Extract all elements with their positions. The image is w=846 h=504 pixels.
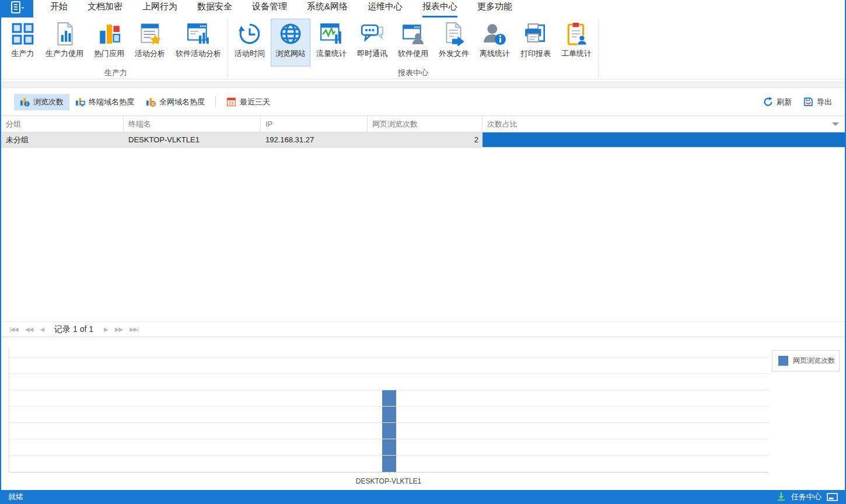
ribbon-button-outgoing-files[interactable]: 外发文件 xyxy=(434,19,474,66)
menu-tab-label: 运维中心 xyxy=(368,0,403,18)
browse-website-icon xyxy=(278,22,303,46)
date-filter-button[interactable]: 23 最近三天 xyxy=(221,94,276,110)
menu-tab-label: 上网行为 xyxy=(142,0,177,18)
ribbon-button-browse-website[interactable]: 浏览网站 xyxy=(271,19,310,66)
ribbon-button-software-activity-analysis[interactable]: 软件活动分析 xyxy=(171,19,226,66)
ribbon-button-work-order-stats[interactable]: 工单统计 xyxy=(557,19,596,66)
ribbon-button-label: 热门应用 xyxy=(94,48,124,59)
record-count-text: 记录 1 of 1 xyxy=(54,324,93,335)
activity-analysis-icon xyxy=(138,22,162,46)
menu-tab-label: 报表中心 xyxy=(422,0,457,18)
menu-tab-doc-encryption[interactable]: 文档加密 xyxy=(78,0,132,18)
date-filter-label: 最近三天 xyxy=(240,97,270,107)
ribbon-button-label: 生产力使用 xyxy=(46,48,83,59)
svg-text:23: 23 xyxy=(229,100,233,106)
app-menu-button[interactable] xyxy=(1,0,33,18)
traffic-stats-icon xyxy=(319,22,344,46)
refresh-label: 刷新 xyxy=(777,97,792,107)
taskbar-window-icon[interactable] xyxy=(827,493,838,501)
ribbon-button-offline-stats[interactable]: 离线统计 xyxy=(475,19,515,66)
stat-bars-globe-icon xyxy=(146,97,156,107)
ribbon-button-instant-messaging[interactable]: 即时通讯 xyxy=(352,19,392,66)
export-button[interactable]: 导出 xyxy=(798,94,838,110)
column-chooser-dropdown-icon[interactable] xyxy=(832,123,839,126)
record-navigator: |◀◀ ◀◀ ◀ 记录 1 of 1 ▶ ▶▶ ▶▶| xyxy=(1,321,845,337)
productivity-usage-icon xyxy=(53,22,77,46)
ribbon-button-traffic-stats[interactable]: 流量统计 xyxy=(312,19,351,66)
chart-gridline xyxy=(9,406,768,407)
menu-tab-device-mgmt[interactable]: 设备管理 xyxy=(242,0,297,18)
column-header-group[interactable]: 分组 xyxy=(1,116,124,132)
table-header: 分组 终端名 IP 网页浏览次数 次数占比 xyxy=(1,116,845,132)
ribbon-button-label: 离线统计 xyxy=(480,48,510,59)
ribbon-button-label: 软件活动分析 xyxy=(176,48,221,59)
cell-terminal: DESKTOP-VLKTLE1 xyxy=(124,132,261,147)
hot-apps-icon xyxy=(97,22,121,46)
ribbon-group-report-center: 活动时间 浏览网站 流量统计 即时通讯 软件使用 xyxy=(230,19,596,78)
refresh-icon xyxy=(763,97,773,107)
prev-record-button[interactable]: ◀ xyxy=(36,326,47,332)
table-row[interactable]: 未分组 DESKTOP-VLKTLE1 192.168.31.27 2 xyxy=(1,132,845,148)
column-header-terminal[interactable]: 终端名 xyxy=(124,116,261,132)
ribbon-button-activity-analysis[interactable]: 活动分析 xyxy=(130,19,170,66)
ratio-bar xyxy=(483,132,845,147)
view-button-browse-count[interactable]: 浏览次数 xyxy=(14,94,69,110)
menu-tab-web-behavior[interactable]: 上网行为 xyxy=(132,0,187,18)
first-record-button[interactable]: |◀◀ xyxy=(6,326,22,332)
ribbon-button-label: 即时通讯 xyxy=(357,48,387,59)
ribbon-button-productivity[interactable]: 生产力 xyxy=(6,19,40,66)
ribbon-button-label: 浏览网站 xyxy=(275,48,306,59)
next-page-button[interactable]: ▶▶ xyxy=(111,326,126,332)
menu-tab-data-security[interactable]: 数据安全 xyxy=(187,0,242,18)
task-center-button[interactable]: 任务中心 xyxy=(791,492,821,502)
menu-tab-label: 设备管理 xyxy=(252,0,287,18)
menu-tab-ops-center[interactable]: 运维中心 xyxy=(358,0,412,18)
menu-tab-more-features[interactable]: 更多功能 xyxy=(467,0,522,18)
ribbon-button-print-report[interactable]: 打印报表 xyxy=(516,19,555,66)
menu-tab-label: 更多功能 xyxy=(477,0,512,18)
menu-tab-label: 数据安全 xyxy=(197,0,232,18)
ribbon-button-label: 活动分析 xyxy=(135,48,165,59)
table-empty-area xyxy=(1,148,845,321)
column-header-ip[interactable]: IP xyxy=(261,116,368,132)
prev-page-button[interactable]: ◀◀ xyxy=(22,326,36,332)
menu-tab-label: 系统&网络 xyxy=(307,0,348,18)
app-menu-icon xyxy=(10,1,25,16)
chart-plot-area xyxy=(9,348,768,473)
view-button-global-domain-heat[interactable]: 全网域名热度 xyxy=(140,94,211,110)
ribbon-button-activity-time[interactable]: 活动时间 xyxy=(230,19,270,66)
ribbon-button-label: 活动时间 xyxy=(235,48,265,59)
view-button-terminal-domain-heat[interactable]: 终端域名热度 xyxy=(69,94,140,110)
ribbon-button-software-usage[interactable]: 软件使用 xyxy=(393,19,433,66)
menu-tab-label: 文档加密 xyxy=(88,0,123,18)
menu-tab-report-center[interactable]: 报表中心 xyxy=(412,0,467,18)
print-report-icon xyxy=(523,22,548,46)
ribbon-group-label-report-center: 报表中心 xyxy=(230,68,596,78)
refresh-button[interactable]: 刷新 xyxy=(757,94,798,110)
menu-tab-start[interactable]: 开始 xyxy=(40,0,78,18)
ribbon-button-productivity-usage[interactable]: 生产力使用 xyxy=(41,19,88,66)
last-record-button[interactable]: ▶▶| xyxy=(126,326,142,332)
column-header-ratio[interactable]: 次数占比 xyxy=(483,116,845,132)
column-header-page-views[interactable]: 网页浏览次数 xyxy=(368,116,483,132)
cell-page-views: 2 xyxy=(368,132,483,147)
download-icon xyxy=(777,492,786,503)
menu-tab-system-network[interactable]: 系统&网络 xyxy=(297,0,358,18)
menu-tabs: 开始 文档加密 上网行为 数据安全 设备管理 系统&网络 运维中心 报表中心 更… xyxy=(40,0,522,18)
ribbon-separator xyxy=(228,19,228,77)
stat-bars-monitor-icon xyxy=(75,97,85,107)
view-button-label: 全网域名热度 xyxy=(159,97,205,107)
ribbon: 生产力 生产力使用 热门应用 活动分析 软件活动分析 xyxy=(1,18,845,79)
chart-bar xyxy=(382,390,396,472)
ribbon-button-hot-apps[interactable]: 热门应用 xyxy=(89,19,129,66)
cell-group: 未分组 xyxy=(1,132,124,147)
ribbon-button-label: 工单统计 xyxy=(561,48,592,59)
chart-gridline xyxy=(9,439,768,439)
software-activity-icon xyxy=(186,22,211,46)
export-save-icon xyxy=(803,97,813,107)
next-record-button[interactable]: ▶ xyxy=(100,326,111,332)
menu-tab-label: 开始 xyxy=(50,0,68,18)
view-button-label: 终端域名热度 xyxy=(89,97,134,107)
ribbon-separator xyxy=(598,19,599,77)
software-usage-icon xyxy=(401,22,425,46)
